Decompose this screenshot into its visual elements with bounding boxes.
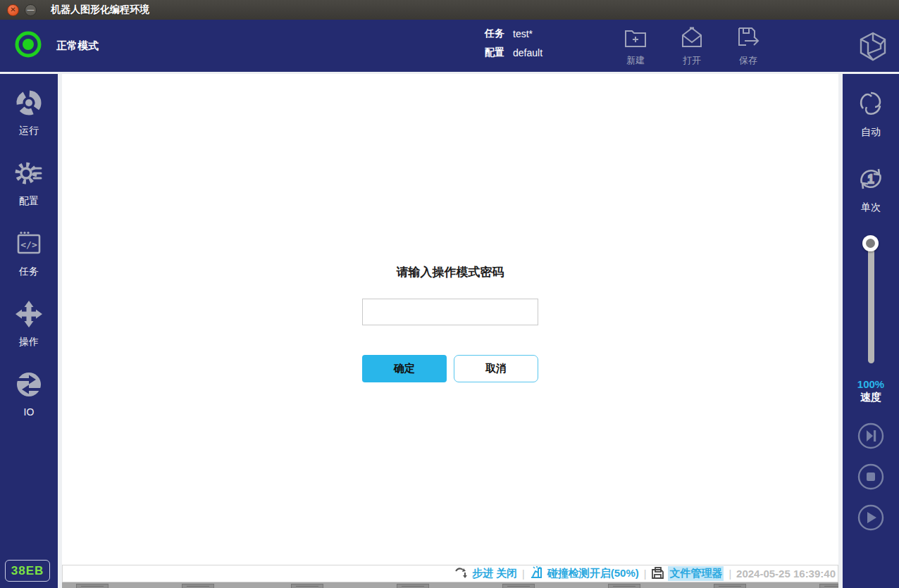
- sidebar-item-io[interactable]: IO: [0, 370, 58, 440]
- password-prompt-title: 请输入操作模式密码: [397, 264, 504, 280]
- left-sidebar: 运行 配置: [0, 74, 58, 588]
- status-indicator-icon: [14, 30, 42, 61]
- run-icon: [14, 88, 44, 120]
- status-code-badge[interactable]: 38EB: [5, 560, 50, 582]
- cutoff-key: [76, 584, 108, 588]
- new-task-label: 新建: [626, 54, 645, 67]
- cancel-button[interactable]: 取消: [454, 355, 538, 382]
- sidebar-item-label: 运行: [19, 125, 39, 137]
- step-to-end-button[interactable]: [857, 423, 884, 452]
- minimize-icon[interactable]: —: [25, 4, 37, 16]
- sidebar-item-config[interactable]: 配置: [0, 158, 58, 229]
- cutoff-key: [502, 584, 535, 588]
- open-task-button[interactable]: 打开: [679, 25, 705, 67]
- sidebar-item-label: 操作: [19, 336, 39, 349]
- speed-percent-value: 100%: [857, 378, 884, 390]
- status-bar: 步进 关闭 | 碰撞检测开启(50%) |: [62, 565, 838, 582]
- separator: |: [644, 568, 647, 580]
- password-input[interactable]: [362, 299, 538, 325]
- step-mode-status[interactable]: 步进 关闭: [454, 566, 517, 581]
- step-arrow-icon: [454, 566, 469, 581]
- open-envelope-icon: [679, 25, 705, 52]
- collision-detect-status[interactable]: 碰撞检测开启(50%): [530, 565, 639, 582]
- top-navbar: 正常模式 任务 test* 配置 default 新建: [0, 20, 899, 72]
- auto-swirl-icon: [855, 87, 887, 123]
- file-manager-button[interactable]: 文件管理器: [651, 566, 724, 582]
- config-label: 配置: [485, 46, 504, 59]
- sidebar-item-operate[interactable]: 操作: [0, 299, 58, 370]
- new-folder-icon: [623, 25, 648, 52]
- stop-button[interactable]: [857, 463, 884, 493]
- file-manager-label: 文件管理器: [668, 566, 724, 581]
- speed-slider-track[interactable]: [868, 242, 874, 363]
- separator: |: [728, 568, 731, 580]
- cutoff-key: [397, 584, 429, 588]
- file-manager-disk-icon: [651, 566, 664, 582]
- single-run-label: 单次: [861, 201, 881, 214]
- cutoff-key: [714, 584, 746, 588]
- save-task-button[interactable]: 保存: [736, 25, 761, 67]
- task-label: 任务: [485, 27, 504, 40]
- dialog-buttons: 确定 取消: [362, 355, 538, 382]
- right-sidebar: 自动 1 单次 100% 速度: [843, 74, 899, 588]
- sidebar-item-task[interactable]: </> 任务: [0, 229, 58, 299]
- gear-icon: [14, 158, 44, 191]
- window-title: 机器人图形化编程环境: [51, 4, 149, 16]
- svg-text:1: 1: [868, 173, 874, 185]
- close-icon[interactable]: ✕: [7, 4, 19, 16]
- app-window: ✕ — 机器人图形化编程环境 正常模式 任务 test* 配置 default: [0, 0, 899, 588]
- open-task-label: 打开: [683, 54, 701, 67]
- single-cycle-icon: 1: [855, 163, 887, 198]
- separator: |: [522, 568, 525, 580]
- task-config-block: 任务 test* 配置 default: [485, 27, 542, 59]
- mode-status: 正常模式: [14, 30, 99, 61]
- body: 运行 配置: [0, 72, 899, 588]
- mode-label: 正常模式: [56, 39, 99, 53]
- task-row: 任务 test*: [485, 27, 542, 40]
- cutoff-keyboard-strip: [62, 582, 838, 588]
- speed-slider[interactable]: [862, 235, 879, 369]
- clock-timestamp: 2024-05-25 16:39:40: [736, 568, 836, 580]
- password-panel: 请输入操作模式密码 确定 取消: [62, 74, 838, 565]
- sidebar-item-label: 配置: [19, 195, 39, 208]
- move-arrows-icon: [14, 299, 44, 332]
- speed-label: 速度: [860, 391, 881, 404]
- auto-mode-button[interactable]: 自动: [855, 87, 887, 139]
- sidebar-item-run[interactable]: 运行: [0, 88, 58, 158]
- sidebar-item-label: 任务: [19, 265, 39, 278]
- confirm-button[interactable]: 确定: [362, 355, 447, 382]
- single-run-button[interactable]: 1 单次: [855, 163, 887, 214]
- speed-slider-knob[interactable]: [862, 235, 879, 251]
- collision-detect-label: 碰撞检测开启(50%): [547, 567, 639, 580]
- main-area: 请输入操作模式密码 确定 取消: [62, 74, 838, 588]
- collision-robot-icon: [530, 565, 544, 582]
- svg-text:</>: </>: [20, 239, 37, 250]
- sidebar-item-label: IO: [24, 406, 35, 418]
- config-row: 配置 default: [485, 46, 542, 59]
- cutoff-key: [182, 584, 214, 588]
- play-button[interactable]: [857, 504, 884, 534]
- io-arrows-icon: [14, 370, 44, 402]
- code-window-icon: </>: [14, 229, 44, 261]
- auto-mode-label: 自动: [861, 126, 881, 139]
- save-floppy-icon: [736, 25, 761, 52]
- navbar-actions: 新建 打开: [623, 25, 761, 67]
- new-task-button[interactable]: 新建: [623, 25, 648, 67]
- titlebar: ✕ — 机器人图形化编程环境: [0, 0, 899, 20]
- cutoff-key: [291, 584, 323, 588]
- step-mode-label: 步进 关闭: [472, 567, 517, 580]
- cutoff-key: [819, 584, 838, 588]
- task-value: test*: [513, 28, 533, 39]
- cutoff-key: [608, 584, 640, 588]
- config-value: default: [513, 47, 542, 58]
- brand-logo-icon: [857, 30, 889, 65]
- save-task-label: 保存: [739, 54, 757, 67]
